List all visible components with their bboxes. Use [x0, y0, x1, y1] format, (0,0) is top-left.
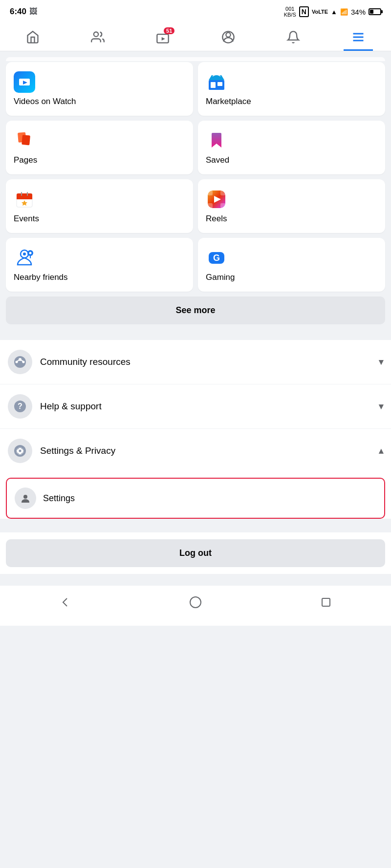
- home-button[interactable]: [177, 592, 214, 616]
- profile-icon: [221, 30, 235, 44]
- divider-3: [0, 574, 391, 586]
- nav-item-friends[interactable]: [83, 28, 112, 46]
- menu-card-videos-on-watch[interactable]: Videos on Watch: [6, 62, 193, 116]
- logout-button[interactable]: Log out: [6, 539, 385, 567]
- reels-label: Reels: [206, 214, 227, 224]
- marketplace-icon: [206, 71, 227, 93]
- gaming-icon: G: [206, 247, 227, 269]
- settings-label: Settings: [43, 493, 75, 504]
- status-time: 6:40 🖼: [10, 7, 37, 17]
- events-icon: [14, 189, 35, 210]
- svg-point-0: [94, 32, 98, 37]
- menu-card-pages[interactable]: Pages: [6, 121, 193, 174]
- svg-rect-14: [22, 135, 30, 145]
- friends-icon: [91, 30, 105, 44]
- section-item-community-resources[interactable]: Community resources ▾: [0, 340, 391, 384]
- svg-point-30: [29, 252, 32, 254]
- watch-badge: 51: [164, 27, 174, 34]
- nav-item-notifications[interactable]: [279, 28, 308, 46]
- back-button[interactable]: [46, 592, 84, 616]
- pages-icon: [14, 130, 35, 151]
- svg-point-34: [19, 358, 22, 361]
- main-content: Videos on Watch Marketplace: [0, 51, 391, 336]
- nav-item-watch[interactable]: 51: [148, 28, 177, 46]
- volte-icon: VoLTE: [312, 9, 328, 15]
- section-item-help-support[interactable]: ? Help & support ▾: [0, 384, 391, 429]
- battery-icon: [369, 8, 381, 15]
- status-bar: 6:40 🖼 001KB/S N VoLTE ▲ 📶 34%: [0, 0, 391, 23]
- svg-rect-17: [17, 197, 32, 199]
- menu-icon: [351, 30, 365, 44]
- saved-icon: [206, 130, 227, 151]
- menu-card-events[interactable]: Events: [6, 179, 193, 233]
- pages-label: Pages: [14, 155, 37, 165]
- divider-1: [0, 336, 391, 340]
- svg-point-36: [22, 361, 25, 363]
- settings-privacy-label: Settings & Privacy: [40, 445, 379, 456]
- saved-label: Saved: [206, 155, 229, 165]
- videos-on-watch-icon: [14, 71, 35, 93]
- logout-section: Log out: [0, 532, 391, 574]
- menu-grid: Videos on Watch Marketplace: [6, 62, 385, 292]
- photo-icon: 🖼: [29, 7, 37, 16]
- wifi-icon: ▲: [331, 8, 337, 16]
- gaming-label: Gaming: [206, 273, 235, 282]
- reels-icon: [206, 189, 227, 210]
- videos-on-watch-label: Videos on Watch: [14, 97, 76, 106]
- section-list: Community resources ▾ ? Help & support ▾…: [0, 340, 391, 519]
- svg-rect-12: [217, 82, 222, 86]
- help-support-chevron: ▾: [379, 401, 383, 412]
- svg-point-35: [16, 361, 18, 363]
- menu-card-marketplace[interactable]: Marketplace: [198, 62, 385, 116]
- settings-icon: [15, 487, 36, 509]
- divider-2: [0, 524, 391, 528]
- svg-rect-11: [211, 82, 216, 88]
- menu-card-nearby-friends[interactable]: Nearby friends: [6, 238, 193, 292]
- battery-percent: 34%: [351, 8, 366, 16]
- nfc-icon: N: [299, 6, 309, 17]
- svg-rect-23: [220, 191, 225, 195]
- svg-marker-2: [162, 37, 165, 41]
- svg-text:G: G: [213, 253, 220, 263]
- data-speed: 001KB/S: [284, 6, 296, 18]
- menu-card-reels[interactable]: Reels: [198, 179, 385, 233]
- time-display: 6:40: [10, 7, 26, 17]
- menu-card-gaming[interactable]: G Gaming: [198, 238, 385, 292]
- help-support-icon: ?: [8, 394, 32, 419]
- svg-point-44: [190, 597, 201, 608]
- events-label: Events: [14, 214, 39, 224]
- menu-card-saved[interactable]: Saved: [198, 121, 385, 174]
- nearby-friends-icon: [14, 247, 35, 269]
- marketplace-label: Marketplace: [206, 97, 251, 106]
- nearby-friends-label: Nearby friends: [14, 273, 68, 282]
- recent-apps-button[interactable]: [307, 592, 345, 616]
- signal-icon: 📶: [340, 8, 348, 16]
- svg-rect-45: [322, 598, 330, 606]
- nav-item-menu[interactable]: [344, 28, 373, 46]
- svg-rect-25: [220, 203, 225, 208]
- svg-point-41: [19, 450, 22, 452]
- help-support-label: Help & support: [40, 401, 379, 412]
- svg-point-43: [23, 495, 27, 499]
- svg-text:?: ?: [18, 402, 22, 410]
- community-resources-icon: [8, 350, 32, 374]
- community-resources-label: Community resources: [40, 357, 379, 367]
- section-item-settings-privacy[interactable]: Settings & Privacy ▴: [0, 429, 391, 473]
- see-more-button[interactable]: See more: [6, 296, 385, 324]
- bell-icon: [286, 30, 300, 44]
- nav-item-home[interactable]: [18, 28, 47, 46]
- settings-privacy-icon: [8, 439, 32, 463]
- home-icon: [26, 30, 40, 44]
- nav-item-profile[interactable]: [214, 28, 243, 46]
- settings-sub-item[interactable]: Settings: [6, 478, 385, 519]
- svg-point-28: [23, 253, 26, 255]
- bottom-nav: [0, 586, 391, 626]
- svg-point-3: [226, 33, 230, 37]
- status-icons: 001KB/S N VoLTE ▲ 📶 34%: [284, 6, 381, 18]
- svg-rect-24: [208, 203, 213, 208]
- nav-bar: 51: [0, 23, 391, 51]
- community-resources-chevron: ▾: [379, 357, 383, 367]
- settings-privacy-chevron: ▴: [379, 445, 383, 456]
- svg-rect-22: [208, 191, 213, 195]
